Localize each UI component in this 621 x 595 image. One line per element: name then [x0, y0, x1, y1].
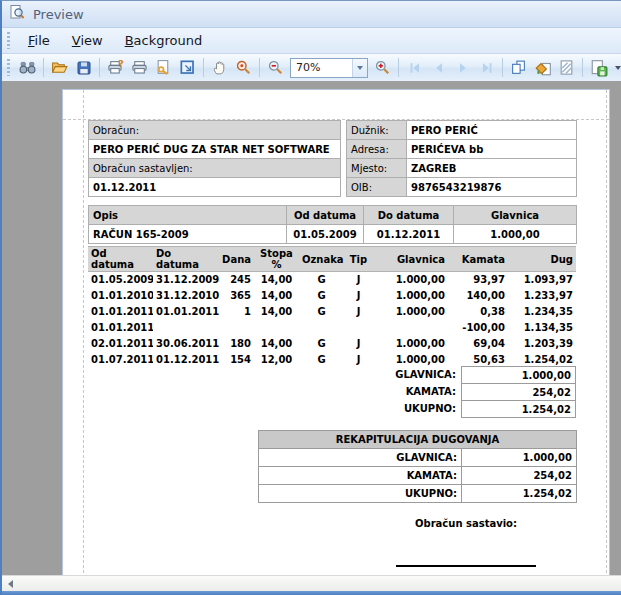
total-row: KAMATA: 254,02 — [88, 383, 576, 401]
calc-cell: 01.01.2011 — [88, 320, 153, 336]
toolbar-separator — [203, 58, 204, 77]
preview-area[interactable]: Obračun: PERO PERIĆ DUG ZA STAR NET SOFT… — [2, 81, 621, 575]
menu-view[interactable]: View — [63, 30, 112, 51]
total-row: UKUPNO: 1.254,02 — [88, 400, 576, 418]
calc-column-header: Oznaka — [299, 247, 344, 272]
calc-column-header: Dug — [508, 247, 576, 272]
calc-column-header: Do datuma — [153, 247, 219, 272]
toolbar-separator — [99, 58, 100, 77]
calc-column-header: Glavnica — [373, 247, 448, 272]
first-page-button[interactable] — [403, 56, 426, 79]
interest-calculation-table: Od datumaDo datumaDanaStopa %OznakaTipGl… — [88, 246, 576, 368]
calc-table-row: 01.05.200931.12.200924514,00GJ1.000,0093… — [88, 272, 576, 288]
calc-cell: 1.000,00 — [373, 272, 448, 288]
signature-line — [396, 565, 536, 567]
title-bar[interactable]: Preview — [2, 1, 621, 28]
total-interest-label: KAMATA: — [88, 383, 461, 401]
next-page-button[interactable] — [451, 56, 474, 79]
export-save-icon — [590, 59, 608, 77]
address-value: PERIĆEVA bb — [407, 140, 577, 159]
zoom-out-button[interactable] — [264, 56, 287, 79]
open-button[interactable] — [48, 56, 71, 79]
invoice-description: RAČUN 165-2009 — [89, 225, 287, 244]
calc-cell: 30.06.2011 — [153, 336, 219, 352]
scroll-left-button[interactable] — [2, 576, 18, 592]
scale-resize-icon — [179, 59, 196, 76]
menu-file[interactable]: File — [19, 30, 59, 51]
magnifier-icon — [235, 59, 252, 76]
first-page-icon — [407, 60, 423, 76]
calc-cell: 1.234,35 — [508, 304, 576, 320]
scale-button[interactable] — [176, 56, 199, 79]
recap-table: REKAPITULACIJA DUGOVANJA GLAVNICA: 1.000… — [258, 430, 577, 503]
toolbar-separator — [502, 58, 503, 77]
calc-cell: 180 — [219, 336, 254, 352]
toolbar-grip-handle[interactable] — [7, 59, 10, 76]
find-button[interactable] — [16, 56, 39, 79]
city-value: ZAGREB — [407, 159, 577, 178]
print-dialog-button[interactable]: ? — [104, 56, 127, 79]
calc-cell: G — [299, 304, 344, 320]
toolbar-separator — [582, 58, 583, 77]
zoom-tool-button[interactable] — [232, 56, 255, 79]
recap-title: REKAPITULACIJA DUGOVANJA — [259, 431, 577, 449]
calc-table-row: 02.01.201130.06.201118014,00GJ1.000,0069… — [88, 336, 576, 352]
print-button[interactable] — [128, 56, 151, 79]
menu-grip-handle[interactable] — [7, 32, 10, 49]
svg-text:?: ? — [118, 59, 124, 69]
calc-cell: -100,00 — [448, 320, 508, 336]
calc-cell: 01.05.2009 — [88, 272, 153, 288]
calc-cell: 02.01.2011 — [88, 336, 153, 352]
margin-guide-right — [606, 90, 607, 575]
recap-row: GLAVNICA: 1.000,00 — [259, 449, 577, 467]
watermark-button[interactable] — [555, 56, 578, 79]
horizontal-scrollbar[interactable] — [2, 575, 621, 591]
recap-interest-label: KAMATA: — [259, 467, 462, 485]
preview-window-icon — [9, 4, 25, 24]
calculation-title: PERO PERIĆ DUG ZA STAR NET SOFTWARE — [89, 140, 341, 159]
menu-background[interactable]: Background — [116, 30, 212, 51]
column-header: Opis — [89, 206, 287, 225]
total-interest-value: 254,02 — [461, 383, 576, 401]
previous-page-button[interactable] — [427, 56, 450, 79]
calc-cell: 01.01.2011 — [153, 304, 219, 320]
recap-principal-value: 1.000,00 — [462, 449, 577, 467]
multi-page-view-button[interactable] — [507, 56, 530, 79]
toolbar-separator — [43, 58, 44, 77]
export-button[interactable] — [587, 56, 610, 79]
calc-cell: 1.134,35 — [508, 320, 576, 336]
page-setup-button[interactable] — [152, 56, 175, 79]
export-dropdown-button[interactable] — [611, 56, 621, 79]
recap-row: UKUPNO: 1.254,02 — [259, 485, 577, 503]
zoom-combo-dropdown-button[interactable] — [352, 59, 367, 77]
recap-principal-label: GLAVNICA: — [259, 449, 462, 467]
debtor-name: PERO PERIĆ — [407, 121, 577, 140]
calc-cell: 365 — [219, 288, 254, 304]
recap-interest-value: 254,02 — [462, 467, 577, 485]
column-header: Do datuma — [364, 206, 454, 225]
zoom-level-value: 70% — [291, 61, 352, 74]
zoom-level-combobox[interactable]: 70% — [290, 58, 368, 78]
calc-cell — [299, 320, 344, 336]
next-page-icon — [455, 60, 471, 76]
city-label: Mjesto: — [347, 159, 407, 178]
last-page-button[interactable] — [475, 56, 498, 79]
calc-cell: 31.12.2009 — [153, 272, 219, 288]
zoom-in-button[interactable] — [371, 56, 394, 79]
calc-column-header: Od datuma — [88, 247, 153, 272]
calc-cell: J — [344, 336, 373, 352]
hand-tool-button[interactable] — [208, 56, 231, 79]
calc-cell: J — [344, 304, 373, 320]
address-label: Adresa: — [347, 140, 407, 159]
recap-sum-label: UKUPNO: — [259, 485, 462, 503]
invoice-header-row: Opis Od datuma Do datuma Glavnica — [89, 206, 577, 225]
calc-cell: G — [299, 272, 344, 288]
calc-table-row: 01.01.201101.01.2011114,00GJ1.000,000,38… — [88, 304, 576, 320]
signature-label: Obračun sastavio: — [396, 518, 536, 529]
save-button[interactable] — [72, 56, 95, 79]
calc-cell — [373, 320, 448, 336]
calc-column-header: Kamata — [448, 247, 508, 272]
page-background-button[interactable] — [531, 56, 554, 79]
invoice-principal: 1.000,00 — [454, 225, 577, 244]
calc-cell: 14,00 — [254, 304, 299, 320]
